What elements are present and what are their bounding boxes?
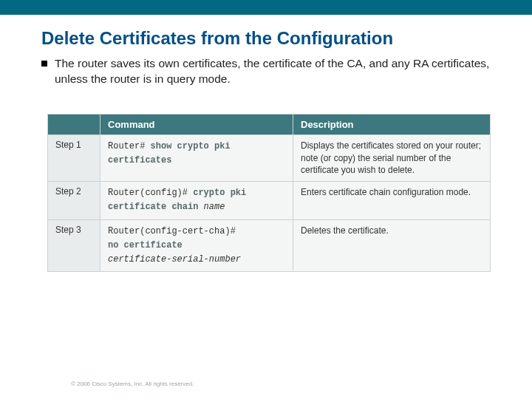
cmd-prompt: Router(config)#: [108, 188, 193, 198]
step-label: Step 2: [48, 182, 100, 219]
bullet-text: The router saves its own certificates, t…: [55, 56, 497, 87]
header-description: Description: [293, 114, 491, 134]
slide-content: Delete Certificates from the Configurati…: [0, 15, 532, 272]
step-label: Step 1: [48, 134, 100, 181]
header-bar: [0, 0, 532, 15]
header-blank: [48, 114, 100, 134]
table-row: Step 2 Router(config)# crypto pki certif…: [48, 182, 491, 219]
description-cell: Displays the certificates stored on your…: [293, 134, 491, 181]
description-cell: Deletes the certificate.: [293, 219, 491, 272]
page-title: Delete Certificates from the Configurati…: [41, 28, 497, 49]
cmd-prompt: Router(config-cert-cha)#: [108, 226, 236, 236]
bullet-item: The router saves its own certificates, t…: [41, 56, 497, 87]
cmd-arg: certificate-serial-number: [108, 254, 241, 265]
command-cell: Router# show crypto pki certificates: [100, 134, 293, 181]
cmd-prompt: Router#: [108, 141, 151, 151]
cmd-arg: name: [198, 202, 225, 212]
bullet-icon: [41, 61, 47, 66]
command-cell: Router(config-cert-cha)# no certificate …: [100, 219, 293, 272]
command-table-wrap: Command Description Step 1 Router# show …: [41, 114, 497, 272]
copyright-footer: © 2006 Cisco Systems, Inc. All rights re…: [71, 381, 194, 387]
table-header-row: Command Description: [48, 114, 491, 134]
description-cell: Enters certificate chain configuration m…: [293, 182, 491, 219]
table-row: Step 1 Router# show crypto pki certifica…: [48, 134, 491, 181]
cmd-bold: no certificate: [108, 240, 183, 250]
command-cell: Router(config)# crypto pki certificate c…: [100, 182, 293, 219]
header-command: Command: [100, 114, 293, 134]
step-label: Step 3: [48, 219, 100, 272]
table-row: Step 3 Router(config-cert-cha)# no certi…: [48, 219, 491, 272]
command-table: Command Description Step 1 Router# show …: [47, 114, 491, 272]
